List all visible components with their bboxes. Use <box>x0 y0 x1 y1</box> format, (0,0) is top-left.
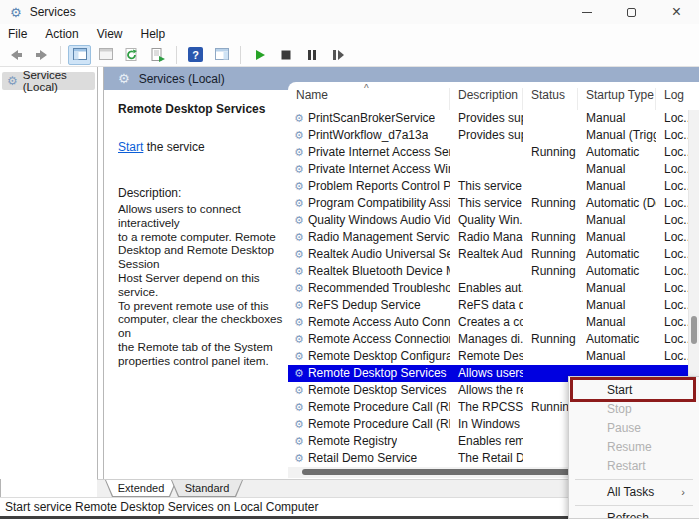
cell-name: Remote Registry <box>308 433 397 450</box>
description-text: Allows users to connect interactively to… <box>118 202 284 368</box>
cell-description: In Windows ... <box>450 416 523 433</box>
pane-splitter[interactable] <box>97 67 104 479</box>
pause-service-icon <box>304 47 320 63</box>
cell-log-on-as: Loc... <box>656 297 688 314</box>
cell-log-on-as: Loc... <box>656 246 688 263</box>
cell-name: Radio Management Service <box>308 229 450 246</box>
column-header-startup-type[interactable]: Startup Type <box>578 88 656 110</box>
forward-icon <box>34 47 50 63</box>
export-list-button[interactable] <box>146 45 169 65</box>
start-service-button[interactable] <box>248 45 271 65</box>
pause-service-button[interactable] <box>300 45 323 65</box>
table-row[interactable]: ⚙Remote Desktop Configurati... Remote De… <box>288 348 688 365</box>
toolbar-separator <box>60 46 61 64</box>
table-row[interactable]: ⚙Problem Reports Control Pa... This serv… <box>288 178 688 195</box>
action-pane-icon <box>214 47 230 62</box>
menu-file[interactable]: File <box>8 27 27 41</box>
service-gear-icon: ⚙ <box>294 246 304 263</box>
cell-description: ReFS data d... <box>450 297 523 314</box>
cell-name: Problem Reports Control Pa... <box>308 178 450 195</box>
table-row[interactable]: ⚙Realtek Audio Universal Serv... Realtek… <box>288 246 688 263</box>
cell-status <box>523 297 578 314</box>
refresh-button[interactable] <box>120 45 143 65</box>
cell-name: Realtek Bluetooth Device M... <box>308 263 450 280</box>
cell-status <box>523 161 578 178</box>
show-action-pane-button[interactable] <box>210 45 233 65</box>
table-row[interactable]: ⚙Program Compatibility Assis... This ser… <box>288 195 688 212</box>
cell-description: Enables rem... <box>450 433 523 450</box>
cell-log-on-as: Loc... <box>656 280 688 297</box>
cell-log-on-as: Loc... <box>656 314 688 331</box>
properties-icon <box>98 47 114 62</box>
cell-log-on-as: Loc... <box>656 348 688 365</box>
cell-description <box>450 161 523 178</box>
menu-bar: File Action View Help <box>0 24 699 43</box>
column-header-description[interactable]: Description <box>450 88 523 110</box>
cell-description: Creates a co... <box>450 314 523 331</box>
column-header-status[interactable]: Status <box>523 88 578 110</box>
cell-log-on-as: Loc... <box>656 195 688 212</box>
help-button[interactable]: ? <box>184 45 207 65</box>
start-service-link[interactable]: Start <box>118 140 143 154</box>
resume-service-button[interactable] <box>326 45 349 65</box>
cell-name: Recommended Troubleshoo... <box>308 280 450 297</box>
cell-log-on-as: Loc... <box>656 331 688 348</box>
menu-action[interactable]: Action <box>45 27 78 41</box>
table-row[interactable]: ⚙Radio Management Service Radio Mana... … <box>288 229 688 246</box>
table-row[interactable]: ⚙Remote Access Connection ... Manages di… <box>288 331 688 348</box>
cell-description <box>450 263 523 280</box>
status-bar-text: Start service Remote Desktop Services on… <box>5 500 318 514</box>
context-menu-item-refresh[interactable]: Refresh <box>569 509 699 519</box>
cell-status: Running <box>523 263 578 280</box>
menu-help[interactable]: Help <box>141 27 166 41</box>
table-row[interactable]: ⚙Private Internet Access Wire... Manual … <box>288 161 688 178</box>
service-gear-icon: ⚙ <box>294 331 304 348</box>
maximize-button[interactable] <box>609 0 654 24</box>
table-row[interactable]: ⚙Private Internet Access Service Running… <box>288 144 688 161</box>
cell-log-on-as: Loc... <box>656 144 688 161</box>
table-row[interactable]: ⚙Remote Access Auto Connec... Creates a … <box>288 314 688 331</box>
forward-button[interactable] <box>30 45 53 65</box>
back-button[interactable] <box>4 45 27 65</box>
cell-startup-type: Automatic <box>578 144 656 161</box>
cell-status: Running <box>523 331 578 348</box>
properties-button[interactable] <box>94 45 117 65</box>
stop-service-icon <box>278 47 294 63</box>
stop-service-button[interactable] <box>274 45 297 65</box>
context-menu-item-restart: Restart <box>569 457 699 476</box>
table-row[interactable]: ⚙Recommended Troubleshoo... Enables aut.… <box>288 280 688 297</box>
context-menu-item-all-tasks[interactable]: All Tasks› <box>569 483 699 502</box>
tree-item-services-local[interactable]: ⚙ Services (Local) <box>2 72 95 90</box>
vertical-scrollbar-thumb[interactable] <box>691 316 697 344</box>
table-row[interactable]: ⚙PrintScanBrokerService Provides sup... … <box>288 110 688 127</box>
table-row[interactable]: ⚙Realtek Bluetooth Device M... Running A… <box>288 263 688 280</box>
cell-status <box>523 212 578 229</box>
tab-extended[interactable]: Extended <box>105 480 177 497</box>
close-button[interactable]: × <box>654 0 699 24</box>
column-header-name[interactable]: Name <box>288 88 450 110</box>
context-menu-item-pause: Pause <box>569 419 699 438</box>
help-icon: ? <box>188 47 203 62</box>
title-bar: ⚙ Services × <box>0 0 699 24</box>
minimize-button[interactable] <box>564 0 609 24</box>
cell-description: Radio Mana... <box>450 229 523 246</box>
tab-standard[interactable]: Standard <box>171 480 243 497</box>
cell-startup-type: Automatic <box>578 331 656 348</box>
service-gear-icon: ⚙ <box>294 416 304 433</box>
table-row[interactable]: ⚙PrintWorkflow_d7a13a Provides sup... Ma… <box>288 127 688 144</box>
menu-separator <box>575 479 693 480</box>
show-console-tree-button[interactable] <box>68 45 91 65</box>
cell-name: PrintScanBrokerService <box>308 110 435 127</box>
menu-item-label: Restart <box>607 459 646 473</box>
service-gear-icon: ⚙ <box>294 297 304 314</box>
service-gear-icon: ⚙ <box>294 127 304 144</box>
menu-view[interactable]: View <box>97 27 123 41</box>
column-header-log-on-as[interactable]: Log <box>656 88 688 110</box>
cell-description: The RPCSS s... <box>450 399 523 416</box>
table-row[interactable]: ⚙ReFS Dedup Service ReFS data d... Manua… <box>288 297 688 314</box>
cell-name: Retail Demo Service <box>308 450 417 467</box>
cell-log-on-as: Loc... <box>656 263 688 280</box>
cell-description: Remote Des... <box>450 348 523 365</box>
service-gear-icon: ⚙ <box>294 280 304 297</box>
table-row[interactable]: ⚙Quality Windows Audio Vid... Quality Wi… <box>288 212 688 229</box>
